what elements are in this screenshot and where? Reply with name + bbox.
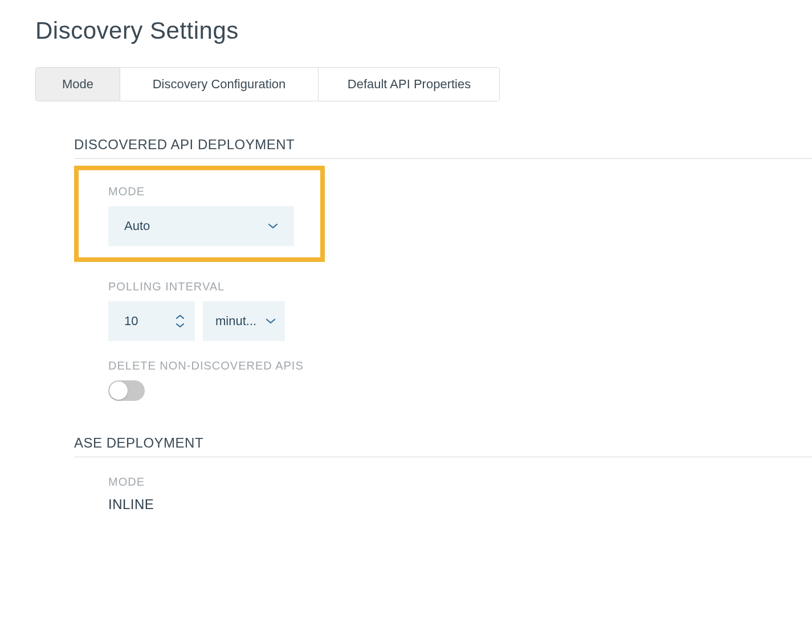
chevron-up-icon[interactable] — [176, 314, 185, 319]
section-discovered-api-deployment: DISCOVERED API DEPLOYMENT MODE Auto POLL… — [74, 137, 812, 401]
tab-mode[interactable]: Mode — [36, 68, 120, 101]
ase-mode-label: MODE — [108, 475, 812, 489]
section-title-discovered: DISCOVERED API DEPLOYMENT — [74, 137, 812, 153]
section-divider — [74, 457, 812, 457]
delete-non-discovered-label: DELETE NON-DISCOVERED APIS — [108, 359, 812, 372]
polling-interval-unit-select[interactable]: minut... — [203, 301, 285, 341]
section-ase-deployment: ASE DEPLOYMENT MODE INLINE — [74, 435, 812, 512]
ase-mode-value: INLINE — [108, 497, 812, 512]
highlight-mode-box: MODE Auto — [74, 166, 325, 262]
delete-non-discovered-toggle[interactable] — [108, 380, 145, 401]
polling-interval-value: 10 — [124, 314, 138, 329]
section-title-ase: ASE DEPLOYMENT — [74, 435, 812, 451]
chevron-down-icon — [266, 318, 276, 324]
tab-discovery-configuration[interactable]: Discovery Configuration — [120, 68, 319, 101]
polling-interval-unit-value: minut... — [215, 314, 256, 329]
chevron-down-icon[interactable] — [176, 323, 185, 328]
mode-label: MODE — [108, 185, 312, 198]
mode-select-value: Auto — [124, 219, 150, 233]
toggle-knob — [109, 382, 128, 400]
section-divider — [74, 158, 812, 159]
polling-interval-stepper[interactable]: 10 — [108, 301, 195, 341]
tabs: Mode Discovery Configuration Default API… — [35, 67, 500, 101]
mode-select[interactable]: Auto — [108, 206, 294, 246]
tab-default-api-properties[interactable]: Default API Properties — [319, 68, 500, 101]
page-title: Discovery Settings — [35, 17, 812, 44]
polling-interval-label: POLLING INTERVAL — [108, 280, 812, 293]
chevron-down-icon — [268, 223, 278, 229]
